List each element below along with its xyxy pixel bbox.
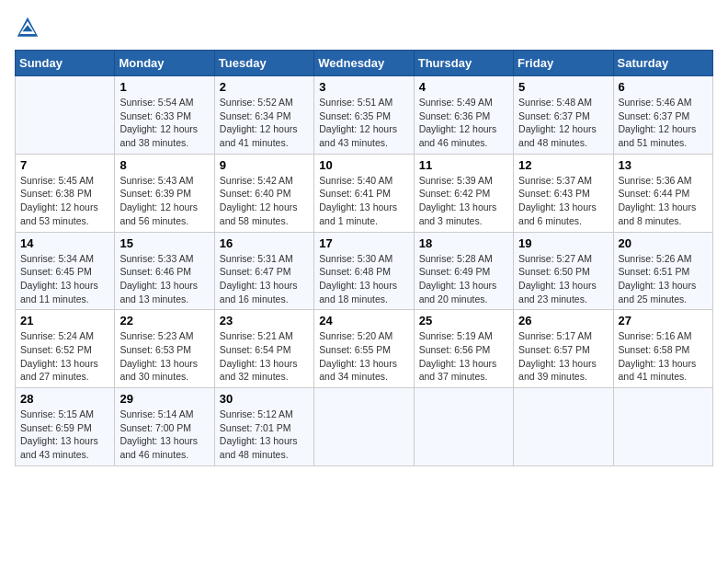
day-info: Sunrise: 5:49 AM Sunset: 6:36 PM Dayligh… [419, 96, 508, 150]
day-number: 10 [319, 158, 408, 172]
day-number: 23 [220, 314, 309, 327]
logo [15, 15, 44, 40]
day-info: Sunrise: 5:20 AM Sunset: 6:55 PM Dayligh… [319, 329, 408, 384]
calendar-body: 1Sunrise: 5:54 AM Sunset: 6:33 PM Daylig… [16, 76, 713, 466]
day-number: 26 [518, 314, 608, 327]
day-of-week-header: Sunday [16, 51, 115, 76]
day-of-week-header: Saturday [613, 51, 712, 76]
day-info: Sunrise: 5:36 AM Sunset: 6:44 PM Dayligh… [619, 174, 708, 228]
calendar-cell: 12Sunrise: 5:37 AM Sunset: 6:43 PM Dayli… [514, 154, 613, 232]
day-number: 11 [419, 158, 508, 172]
day-number: 22 [119, 314, 209, 327]
day-info: Sunrise: 5:39 AM Sunset: 6:42 PM Dayligh… [419, 174, 508, 228]
calendar-cell: 11Sunrise: 5:39 AM Sunset: 6:42 PM Dayli… [414, 154, 513, 232]
calendar-cell [514, 388, 613, 466]
day-info: Sunrise: 5:54 AM Sunset: 6:33 PM Dayligh… [119, 96, 209, 150]
day-number: 8 [119, 158, 209, 172]
day-info: Sunrise: 5:37 AM Sunset: 6:43 PM Dayligh… [518, 174, 608, 228]
calendar-cell: 22Sunrise: 5:23 AM Sunset: 6:53 PM Dayli… [115, 310, 214, 388]
day-number: 24 [319, 314, 408, 327]
day-number: 9 [220, 158, 309, 172]
day-of-week-header: Monday [115, 51, 214, 76]
calendar-cell: 21Sunrise: 5:24 AM Sunset: 6:52 PM Dayli… [16, 310, 115, 388]
day-info: Sunrise: 5:23 AM Sunset: 6:53 PM Dayligh… [119, 329, 209, 384]
calendar-cell: 19Sunrise: 5:27 AM Sunset: 6:50 PM Dayli… [514, 232, 613, 310]
day-number: 7 [20, 158, 109, 172]
day-number: 1 [119, 80, 209, 94]
calendar-week-row: 1Sunrise: 5:54 AM Sunset: 6:33 PM Daylig… [16, 76, 713, 155]
day-number: 14 [20, 236, 109, 250]
calendar-cell: 15Sunrise: 5:33 AM Sunset: 6:46 PM Dayli… [115, 232, 214, 310]
day-info: Sunrise: 5:45 AM Sunset: 6:38 PM Dayligh… [20, 174, 109, 228]
day-info: Sunrise: 5:16 AM Sunset: 6:58 PM Dayligh… [619, 329, 708, 384]
day-info: Sunrise: 5:15 AM Sunset: 6:59 PM Dayligh… [20, 408, 109, 462]
day-number: 25 [419, 314, 508, 327]
day-number: 19 [518, 236, 608, 250]
calendar-cell: 26Sunrise: 5:17 AM Sunset: 6:57 PM Dayli… [514, 310, 613, 388]
day-number: 27 [619, 314, 708, 327]
calendar-cell: 13Sunrise: 5:36 AM Sunset: 6:44 PM Dayli… [613, 154, 712, 232]
calendar-cell: 28Sunrise: 5:15 AM Sunset: 6:59 PM Dayli… [16, 388, 115, 466]
day-info: Sunrise: 5:40 AM Sunset: 6:41 PM Dayligh… [319, 174, 408, 228]
day-info: Sunrise: 5:27 AM Sunset: 6:50 PM Dayligh… [518, 252, 608, 306]
page-header [15, 15, 713, 40]
day-info: Sunrise: 5:12 AM Sunset: 7:01 PM Dayligh… [220, 408, 309, 462]
day-number: 4 [419, 80, 508, 94]
day-info: Sunrise: 5:26 AM Sunset: 6:51 PM Dayligh… [619, 252, 708, 306]
day-of-week-header: Wednesday [314, 51, 414, 76]
calendar-cell: 27Sunrise: 5:16 AM Sunset: 6:58 PM Dayli… [613, 310, 712, 388]
day-number: 30 [220, 392, 309, 406]
day-info: Sunrise: 5:28 AM Sunset: 6:49 PM Dayligh… [419, 252, 508, 306]
day-number: 17 [319, 236, 408, 250]
page-container: SundayMondayTuesdayWednesdayThursdayFrid… [15, 15, 713, 466]
day-info: Sunrise: 5:30 AM Sunset: 6:48 PM Dayligh… [319, 252, 408, 306]
calendar-cell [314, 388, 414, 466]
day-info: Sunrise: 5:42 AM Sunset: 6:40 PM Dayligh… [220, 174, 309, 228]
day-number: 15 [119, 236, 209, 250]
day-number: 12 [518, 158, 608, 172]
day-number: 13 [619, 158, 708, 172]
day-number: 5 [518, 80, 608, 94]
calendar-cell: 24Sunrise: 5:20 AM Sunset: 6:55 PM Dayli… [314, 310, 414, 388]
day-of-week-header: Friday [514, 51, 613, 76]
calendar-cell [414, 388, 513, 466]
calendar-cell: 9Sunrise: 5:42 AM Sunset: 6:40 PM Daylig… [214, 154, 313, 232]
day-info: Sunrise: 5:48 AM Sunset: 6:37 PM Dayligh… [518, 96, 608, 150]
calendar-cell: 8Sunrise: 5:43 AM Sunset: 6:39 PM Daylig… [115, 154, 214, 232]
calendar-cell [613, 388, 712, 466]
calendar-cell: 1Sunrise: 5:54 AM Sunset: 6:33 PM Daylig… [115, 76, 214, 155]
day-info: Sunrise: 5:17 AM Sunset: 6:57 PM Dayligh… [518, 329, 608, 384]
day-info: Sunrise: 5:43 AM Sunset: 6:39 PM Dayligh… [119, 174, 209, 228]
day-number: 18 [419, 236, 508, 250]
calendar-cell: 5Sunrise: 5:48 AM Sunset: 6:37 PM Daylig… [514, 76, 613, 155]
calendar-cell: 3Sunrise: 5:51 AM Sunset: 6:35 PM Daylig… [314, 76, 414, 155]
calendar-cell: 16Sunrise: 5:31 AM Sunset: 6:47 PM Dayli… [214, 232, 313, 310]
day-info: Sunrise: 5:52 AM Sunset: 6:34 PM Dayligh… [220, 96, 309, 150]
day-of-week-header: Thursday [414, 51, 513, 76]
calendar-header: SundayMondayTuesdayWednesdayThursdayFrid… [16, 51, 713, 76]
calendar-cell: 4Sunrise: 5:49 AM Sunset: 6:36 PM Daylig… [414, 76, 513, 155]
day-info: Sunrise: 5:46 AM Sunset: 6:37 PM Dayligh… [619, 96, 708, 150]
day-info: Sunrise: 5:14 AM Sunset: 7:00 PM Dayligh… [119, 408, 209, 462]
logo-icon [15, 15, 40, 40]
day-number: 29 [119, 392, 209, 406]
calendar-cell: 10Sunrise: 5:40 AM Sunset: 6:41 PM Dayli… [314, 154, 414, 232]
calendar-cell: 7Sunrise: 5:45 AM Sunset: 6:38 PM Daylig… [16, 154, 115, 232]
calendar-table: SundayMondayTuesdayWednesdayThursdayFrid… [15, 50, 713, 466]
calendar-cell: 20Sunrise: 5:26 AM Sunset: 6:51 PM Dayli… [613, 232, 712, 310]
day-info: Sunrise: 5:51 AM Sunset: 6:35 PM Dayligh… [319, 96, 408, 150]
day-number: 20 [619, 236, 708, 250]
calendar-week-row: 21Sunrise: 5:24 AM Sunset: 6:52 PM Dayli… [16, 310, 713, 388]
day-number: 21 [20, 314, 109, 327]
calendar-cell: 23Sunrise: 5:21 AM Sunset: 6:54 PM Dayli… [214, 310, 313, 388]
calendar-cell [16, 76, 115, 155]
day-of-week-header: Tuesday [214, 51, 313, 76]
calendar-week-row: 7Sunrise: 5:45 AM Sunset: 6:38 PM Daylig… [16, 154, 713, 232]
day-info: Sunrise: 5:31 AM Sunset: 6:47 PM Dayligh… [220, 252, 309, 306]
calendar-cell: 2Sunrise: 5:52 AM Sunset: 6:34 PM Daylig… [214, 76, 313, 155]
day-info: Sunrise: 5:19 AM Sunset: 6:56 PM Dayligh… [419, 329, 508, 384]
calendar-cell: 17Sunrise: 5:30 AM Sunset: 6:48 PM Dayli… [314, 232, 414, 310]
day-number: 3 [319, 80, 408, 94]
day-info: Sunrise: 5:34 AM Sunset: 6:45 PM Dayligh… [20, 252, 109, 306]
calendar-week-row: 28Sunrise: 5:15 AM Sunset: 6:59 PM Dayli… [16, 388, 713, 466]
